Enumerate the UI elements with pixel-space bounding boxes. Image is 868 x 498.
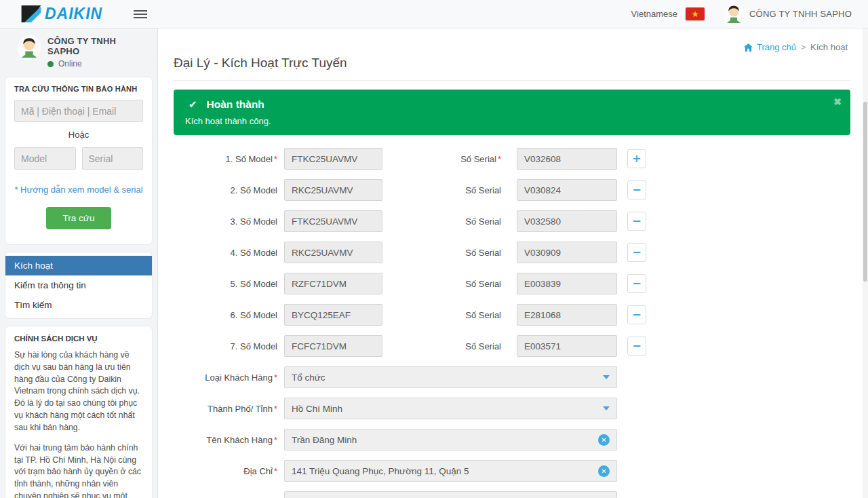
- alert-message: Kích hoạt thành công.: [185, 116, 839, 126]
- lookup-title: TRA CỨU THÔNG TIN BẢO HÀNH: [14, 85, 143, 93]
- required-asterisk: *: [274, 404, 277, 414]
- daikin-logo-text: DAIKIN: [45, 5, 102, 23]
- top-header: DAIKIN Vietnamese ★ CÔNG TY TNHH SAPHO: [0, 0, 868, 28]
- lookup-search-button[interactable]: Tra cứu: [46, 207, 112, 229]
- hamburger-menu-icon[interactable]: [134, 8, 147, 20]
- warranty-lookup-panel: TRA CỨU THÔNG TIN BẢO HÀNH Hoặc * Hướng …: [5, 77, 153, 245]
- daikin-logo-mark: [20, 5, 42, 23]
- form-field-row: Loại Khách Hàng* Tổ chức ✕: [174, 366, 850, 388]
- device-row: 4. Số Model* Số Serial* −: [174, 242, 850, 263]
- add-row-button[interactable]: +: [627, 149, 646, 168]
- form-field-row: Thành Phố/ Tỉnh* Hồ Chí Minh ✕: [174, 398, 850, 419]
- device-row: 7. Số Model* Số Serial* −: [174, 335, 850, 357]
- user-avatar: [724, 3, 744, 26]
- model-label: Số Model: [240, 216, 277, 227]
- lookup-code-input[interactable]: [14, 100, 143, 122]
- serial-input[interactable]: [517, 148, 617, 170]
- main-content: Trang chủ > Kích hoạt Đại Lý - Kích Hoạt…: [159, 28, 868, 498]
- device-row: 6. Số Model* Số Serial* −: [174, 304, 850, 326]
- sidebar-menu-item[interactable]: Kiểm tra thông tin: [5, 275, 152, 295]
- model-input[interactable]: [284, 273, 382, 294]
- serial-input[interactable]: [517, 273, 617, 294]
- row-index: 7.: [231, 341, 238, 351]
- model-input[interactable]: [284, 210, 382, 232]
- remove-row-button[interactable]: −: [627, 212, 646, 231]
- serial-input[interactable]: [517, 210, 617, 232]
- clear-field-icon[interactable]: ✕: [598, 434, 610, 446]
- field-value: Tổ chức: [292, 372, 597, 383]
- model-input[interactable]: [284, 148, 382, 170]
- alert-close-icon[interactable]: ✖: [833, 96, 842, 107]
- alert-title: Hoàn thành: [207, 98, 264, 111]
- sidebar-user-panel: CÔNG TY TNHH SAPHO Online: [0, 28, 157, 74]
- breadcrumb: Trang chủ > Kích hoạt: [174, 42, 850, 52]
- field-label: Thành Phố/ Tỉnh: [208, 404, 273, 414]
- remove-row-button[interactable]: −: [627, 274, 646, 293]
- page-title: Đại Lý - Kích Hoạt Trực Tuyến: [174, 56, 850, 81]
- home-icon: [744, 43, 753, 52]
- serial-input[interactable]: [517, 242, 617, 263]
- select-field[interactable]: Hồ Chí Minh ✕: [284, 398, 617, 419]
- serial-label: Số Serial: [460, 154, 496, 164]
- serial-label: Số Serial: [465, 248, 501, 258]
- model-input[interactable]: [284, 304, 382, 326]
- field-value: Hồ Chí Minh: [292, 404, 597, 414]
- row-index: 6.: [231, 310, 238, 320]
- lookup-model-input[interactable]: [14, 147, 76, 170]
- success-alert: ✔ Hoàn thành ✖ Kích hoạt thành công.: [174, 90, 850, 135]
- device-row: 5. Số Model* Số Serial* −: [174, 273, 850, 294]
- or-label: Hoặc: [14, 130, 143, 140]
- model-label: Số Model: [240, 341, 277, 351]
- text-field[interactable]: 141 Triệu Quang Phục, Phường 11, Quận 5 …: [284, 460, 617, 482]
- field-label: Tên Khách Hàng: [206, 435, 273, 445]
- model-input[interactable]: [284, 335, 382, 357]
- row-index: 1.: [226, 154, 233, 164]
- remove-row-button[interactable]: −: [627, 305, 646, 324]
- row-index: 4.: [231, 248, 238, 258]
- remove-row-button[interactable]: −: [627, 243, 646, 262]
- serial-label: Số Serial: [465, 216, 501, 227]
- chevron-down-icon: [603, 406, 610, 410]
- page-scrollbar[interactable]: [863, 28, 868, 498]
- field-label: Loại Khách Hàng: [205, 372, 273, 383]
- language-selector[interactable]: Vietnamese: [631, 9, 677, 19]
- device-row: 2. Số Model* Số Serial* −: [174, 179, 850, 201]
- serial-label: Số Serial: [465, 310, 501, 320]
- serial-input[interactable]: [517, 179, 617, 201]
- device-row: 1. Số Model* Số Serial* +: [174, 148, 850, 170]
- policy-title: CHÍNH SÁCH DỊCH VỤ: [14, 334, 143, 343]
- form-field-row: * ✕: [174, 491, 850, 498]
- breadcrumb-home-link[interactable]: Trang chủ: [744, 42, 796, 52]
- online-status-text: Online: [58, 59, 82, 69]
- select-field[interactable]: Tổ chức ✕: [284, 366, 617, 388]
- model-label: Số Model: [240, 310, 277, 320]
- model-label: Số Model: [240, 248, 277, 258]
- daikin-logo[interactable]: DAIKIN: [20, 5, 102, 23]
- activation-form: 1. Số Model* Số Serial* + 2. Số Model* S…: [174, 148, 850, 498]
- form-field-row: Địa Chỉ* 141 Triệu Quang Phục, Phường 11…: [174, 460, 850, 482]
- scrollbar-thumb[interactable]: [863, 102, 867, 282]
- select-field[interactable]: ✕: [284, 491, 617, 498]
- header-user-menu[interactable]: CÔNG TY TNHH SAPHO: [724, 3, 852, 26]
- chevron-down-icon: [603, 375, 610, 379]
- model-input[interactable]: [284, 179, 382, 201]
- serial-input[interactable]: [517, 304, 617, 326]
- row-index: 2.: [231, 185, 238, 195]
- row-index: 5.: [231, 279, 238, 289]
- text-field[interactable]: Trần Đăng Minh ✕: [284, 429, 617, 451]
- model-serial-guide-link[interactable]: * Hướng dẫn xem model & serial: [14, 185, 143, 195]
- device-row: 3. Số Model* Số Serial* −: [174, 210, 850, 232]
- model-input[interactable]: [284, 242, 382, 263]
- sidebar-menu: Kích hoạt Kiểm tra thông tin Tìm kiếm: [5, 252, 153, 319]
- sidebar-user-avatar: [18, 35, 41, 60]
- remove-row-button[interactable]: −: [627, 180, 646, 199]
- sidebar-menu-item[interactable]: Kích hoạt: [5, 256, 152, 275]
- field-value: Trần Đăng Minh: [292, 435, 593, 445]
- required-asterisk: *: [498, 154, 501, 164]
- service-policy-panel: CHÍNH SÁCH DỊCH VỤ Sự hài lòng của khách…: [5, 326, 153, 498]
- remove-row-button[interactable]: −: [627, 337, 646, 356]
- lookup-serial-input[interactable]: [82, 147, 144, 170]
- clear-field-icon[interactable]: ✕: [598, 465, 610, 477]
- serial-input[interactable]: [517, 335, 617, 357]
- sidebar-menu-item[interactable]: Tìm kiếm: [5, 295, 152, 315]
